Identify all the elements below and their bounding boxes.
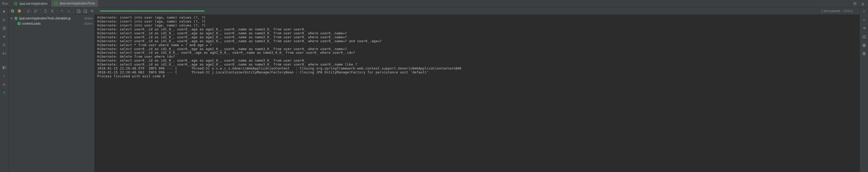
tree-test-row[interactable]: contextLoads 303ms [8, 21, 94, 26]
svg-rect-37 [77, 9, 79, 12]
pin-icon[interactable] [2, 73, 7, 79]
svg-text:?: ? [3, 91, 5, 95]
show-ignored-icon[interactable] [17, 8, 22, 14]
tree-test-ms: 303ms [84, 22, 94, 25]
hide-icon[interactable] [860, 1, 865, 6]
console-line: Hibernate: select user0_.id as id1_0_, u… [97, 59, 857, 63]
clear-all-icon[interactable] [862, 51, 867, 56]
svg-text:z: z [30, 11, 30, 13]
test-status-text: 1 test passed – 303ms [821, 9, 858, 13]
svg-line-12 [856, 2, 857, 3]
right-gutter [860, 7, 868, 172]
toggle-auto-icon[interactable] [2, 26, 7, 31]
tree-test-name: contextLoads [22, 22, 40, 25]
prev-failed-icon[interactable] [59, 8, 65, 14]
console-line: Hibernate: select user0_.id as id1_0_, u… [97, 31, 857, 35]
scroll-down-icon[interactable] [862, 17, 867, 23]
console-line: Hibernate: select * from user where name… [97, 43, 857, 47]
run-config-icon [14, 2, 18, 5]
svg-rect-17 [4, 28, 5, 29]
settings-icon[interactable] [89, 8, 95, 14]
svg-point-39 [86, 11, 87, 13]
console-line: Hibernate: select user0_.id as id1_0_0_,… [97, 51, 857, 55]
svg-point-4 [855, 3, 856, 4]
run-config-icon [54, 2, 58, 5]
test-progress-bar [100, 10, 205, 11]
rerun-failed-icon[interactable] [2, 17, 7, 23]
collapse-arrow-icon[interactable]: ▼ [10, 17, 13, 20]
sort-alpha-icon[interactable]: az [26, 8, 32, 14]
close-icon[interactable] [2, 82, 7, 87]
console-line: Hibernate: select user0_.id as id1_0_, u… [97, 27, 857, 31]
svg-point-29 [18, 9, 21, 13]
export-icon[interactable] [76, 8, 81, 14]
import-icon[interactable] [83, 8, 88, 14]
tab-label: JpaLearnApplication [19, 2, 48, 5]
scroll-to-end-icon[interactable] [862, 34, 867, 39]
svg-rect-22 [3, 66, 4, 69]
tree-class-ms: 303ms [84, 17, 94, 20]
console-line: Hibernate: select user0_.id as id1_0_, u… [97, 35, 857, 39]
test-ok-icon [17, 22, 21, 25]
console-line: Hibernate: insert into user (age, name) … [97, 16, 857, 20]
expand-all-icon[interactable] [43, 8, 48, 14]
console-line: Hibernate: select user0_.id as id1_0_, u… [97, 47, 857, 51]
svg-rect-18 [3, 36, 5, 38]
tab-jpalearnapplication[interactable]: JpaLearnApplication [11, 0, 51, 7]
console-line: Hibernate: select user0_.id as id1_0_, u… [97, 63, 857, 67]
svg-line-10 [856, 4, 857, 5]
dump-threads-icon[interactable] [2, 43, 7, 48]
passed-time: 303ms [843, 9, 853, 13]
tab-jpalearnapplicationtests[interactable]: JpaLearnApplicationTests [51, 0, 99, 7]
rerun-icon[interactable] [2, 9, 7, 14]
tests-toolbar: az [8, 7, 860, 15]
console-line: Hibernate: select user0_.id as id1_0_, u… [97, 39, 857, 43]
left-gutter: ? [0, 7, 8, 172]
help-icon[interactable]: ? [2, 90, 7, 95]
svg-marker-14 [3, 10, 5, 13]
soft-wrap-icon[interactable] [862, 26, 867, 31]
show-passed-icon[interactable] [10, 8, 15, 14]
passed-count: 1 test passed [821, 9, 840, 13]
exit-icon[interactable] [2, 51, 7, 56]
console-line: Hibernate: insert into user (age, name) … [97, 20, 857, 24]
svg-rect-23 [4, 66, 6, 69]
test-ok-icon [14, 17, 18, 20]
next-failed-icon[interactable] [66, 8, 71, 14]
layout-icon[interactable] [2, 65, 7, 70]
print-icon[interactable] [862, 43, 867, 48]
test-tree[interactable]: ▼ JpaLearnApplicationTests (lierabbit.jp… [8, 15, 95, 172]
console-line: Hibernate: delete from user where id=? [97, 55, 857, 59]
svg-rect-49 [863, 44, 865, 45]
console-output[interactable]: Hibernate: insert into user (age, name) … [95, 15, 860, 172]
sort-duration-icon[interactable] [33, 8, 38, 14]
gear-icon[interactable] [852, 1, 858, 6]
svg-line-9 [854, 2, 854, 3]
svg-point-40 [92, 10, 93, 11]
collapse-all-icon[interactable] [50, 8, 55, 14]
console-line: 2018-01-15 22:20:48.979 INFO 996 --- [ T… [97, 67, 857, 71]
run-tabbar: Run: JpaLearnApplication JpaLearnApplica… [0, 0, 868, 7]
console-line: Hibernate: insert into user (age, name) … [97, 24, 857, 27]
console-line: 2018-01-15 22:20:48.982 INFO 996 --- [ T… [97, 71, 857, 74]
scroll-up-icon[interactable] [862, 9, 867, 14]
tab-label: JpaLearnApplicationTests [59, 2, 95, 5]
run-label: Run: [1, 0, 11, 7]
svg-line-11 [854, 4, 854, 5]
tree-class-row[interactable]: ▼ JpaLearnApplicationTests (lierabbit.jp… [8, 16, 94, 21]
console-line: Process finished with exit code 0 [97, 74, 857, 78]
svg-marker-15 [3, 19, 5, 21]
tree-class-name: JpaLearnApplicationTests (lierabbit.jp [19, 17, 71, 20]
stop-icon[interactable] [2, 34, 7, 39]
